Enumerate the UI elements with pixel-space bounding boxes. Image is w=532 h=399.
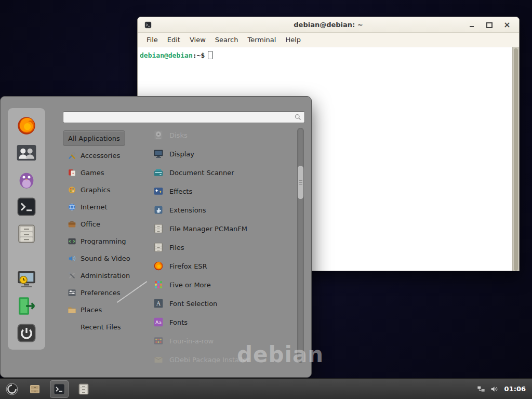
firefox-icon [16, 115, 37, 136]
category-preferences[interactable]: Preferences [63, 285, 125, 300]
category-label: Administration [81, 272, 130, 280]
effects-icon [153, 186, 164, 196]
app-fonts[interactable]: AaFonts [149, 313, 296, 331]
files-icon [77, 383, 90, 395]
search-input[interactable] [66, 112, 294, 123]
taskbar-terminal-window-button[interactable] [50, 381, 68, 397]
app-font-selection[interactable]: AFont Selection [149, 294, 296, 313]
app-list-scrollbar-thumb[interactable] [298, 166, 303, 199]
logout-button[interactable] [15, 296, 38, 316]
terminal-scrollbar[interactable] [512, 47, 519, 271]
category-label: Games [81, 169, 104, 177]
app-label: Firefox ESR [169, 262, 207, 270]
app-file-manager-pcmanfm[interactable]: File Manager PCManFM [149, 219, 296, 238]
app-five-or-more[interactable]: Five or More [149, 275, 296, 294]
display-icon [153, 149, 164, 159]
close-button[interactable]: × [503, 21, 511, 29]
graphics-icon [68, 185, 76, 194]
logout-icon [16, 296, 37, 316]
category-label: Programming [81, 237, 126, 245]
places-icon [68, 305, 76, 314]
category-label: Graphics [81, 186, 110, 194]
network-icon[interactable] [477, 385, 485, 393]
app-label: Effects [169, 188, 192, 195]
four-in-a-row-icon [153, 336, 164, 346]
extensions-icon [153, 205, 164, 215]
firefox-icon [153, 261, 164, 271]
file-manager-icon [16, 223, 37, 244]
menubar-view[interactable]: View [185, 33, 210, 47]
category-programming[interactable]: Programming [63, 233, 131, 249]
maximize-button[interactable] [486, 21, 493, 29]
app-display[interactable]: Display [149, 144, 296, 163]
menu-button[interactable] [4, 381, 20, 397]
category-accessories[interactable]: Accessories [63, 148, 125, 163]
pcmanfm-icon [153, 223, 164, 234]
terminal-scrollbar-thumb[interactable] [514, 48, 518, 271]
app-label: Disks [169, 131, 188, 139]
menubar-terminal[interactable]: Terminal [243, 33, 281, 47]
menubar-help[interactable]: Help [281, 33, 305, 47]
app-label: Five or More [169, 281, 211, 289]
category-internet[interactable]: Internet [63, 199, 112, 215]
fonts-icon: Aa [153, 317, 164, 327]
category-games[interactable]: Games [63, 165, 109, 180]
terminal-cursor [208, 51, 212, 59]
games-icon [68, 168, 76, 177]
favorites-panel [8, 108, 45, 350]
terminal-icon [53, 383, 65, 395]
app-document-scanner[interactable]: Document Scanner [149, 163, 296, 182]
category-sound-video[interactable]: Sound & Video [63, 250, 135, 266]
category-label: Accessories [81, 152, 120, 159]
programming-icon [68, 237, 76, 246]
disks-icon [153, 130, 164, 140]
menubar-edit[interactable]: Edit [163, 33, 185, 47]
terminal-icon [16, 196, 37, 217]
internet-icon [68, 203, 76, 211]
app-label: Four-in-a-row [169, 337, 214, 345]
app-label: GDebi Package Installer [169, 356, 250, 363]
files-icon [153, 242, 164, 252]
category-places[interactable]: Places [63, 302, 107, 317]
pidgin-launcher[interactable] [15, 169, 38, 190]
app-label: Extensions [169, 206, 206, 214]
app-list-scrollbar[interactable] [297, 128, 304, 363]
menubar-file[interactable]: File [142, 33, 163, 47]
app-four-in-a-row[interactable]: Four-in-a-row [149, 331, 296, 350]
office-icon [68, 220, 76, 229]
menubar-search[interactable]: Search [210, 33, 243, 47]
app-label: Display [169, 150, 194, 158]
app-disks[interactable]: Disks [149, 126, 296, 144]
terminal-menubar: FileEditViewSearchTerminalHelp [138, 33, 519, 47]
taskbar: 01:06 [0, 378, 532, 399]
app-effects[interactable]: Effects [149, 182, 296, 201]
window-title: debian@debian: ~ [138, 21, 519, 29]
photos-launcher[interactable] [15, 142, 38, 163]
system-tray: 01:06 [477, 385, 528, 393]
firefox-launcher[interactable] [15, 115, 38, 136]
category-graphics[interactable]: Graphics [63, 182, 115, 197]
app-label: Document Scanner [169, 169, 234, 177]
taskbar-drawer-launcher[interactable] [26, 381, 44, 397]
application-menu: All ApplicationsAccessoriesGamesGraphics… [0, 96, 312, 378]
taskbar-files-launcher[interactable] [75, 381, 92, 397]
search-bar [63, 111, 305, 123]
app-files[interactable]: Files [149, 238, 296, 257]
document-scanner-icon [153, 167, 164, 178]
category-label: Sound & Video [81, 255, 130, 262]
lock-screen-button[interactable] [15, 269, 38, 289]
category-office[interactable]: Office [63, 216, 105, 232]
category-administration[interactable]: Administration [63, 268, 135, 283]
favorites-list [15, 115, 38, 244]
file-manager-launcher[interactable] [15, 223, 38, 244]
app-firefox-esr[interactable]: Firefox ESR [149, 257, 296, 275]
terminal-titlebar[interactable]: debian@debian: ~ × [138, 17, 519, 33]
terminal-launcher[interactable] [15, 196, 38, 217]
minimize-button[interactable] [468, 21, 475, 29]
category-all-applications[interactable]: All Applications [63, 130, 125, 146]
volume-icon[interactable] [490, 385, 498, 393]
app-gdebi-package-installer[interactable]: GDebi Package Installer [149, 350, 296, 363]
category-recent-files[interactable]: Recent Files [63, 319, 126, 335]
shutdown-button[interactable] [15, 323, 38, 343]
app-extensions[interactable]: Extensions [149, 201, 296, 219]
